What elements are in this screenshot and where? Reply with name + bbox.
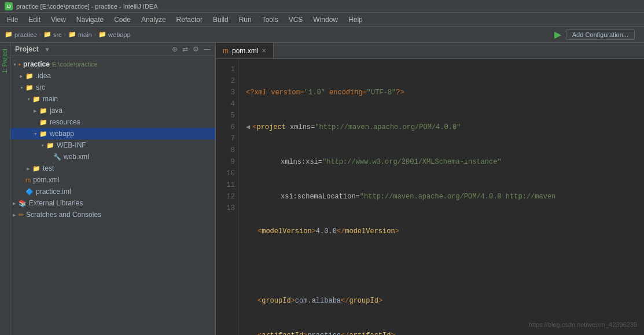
java-folder-icon: 📁 bbox=[39, 107, 47, 115]
line-num-12: 12 bbox=[219, 191, 235, 203]
add-configuration-button[interactable]: Add Configuration... bbox=[566, 30, 635, 40]
tree-node-resources[interactable]: 📁 resources bbox=[10, 116, 215, 128]
tab-close-button[interactable]: ✕ bbox=[262, 47, 266, 54]
breadcrumb-webapp[interactable]: 📁 webapp bbox=[98, 31, 131, 38]
tab-maven-icon: m bbox=[223, 47, 229, 55]
extlibs-icon: 📚 bbox=[19, 200, 27, 207]
tree-node-pomxml[interactable]: m pom.xml bbox=[10, 174, 215, 186]
tree-node-webxml[interactable]: 🔧 web.xml bbox=[10, 151, 215, 163]
run-icon-area: ▶ Add Configuration... bbox=[554, 29, 635, 40]
tree-node-practiceiml[interactable]: 🔷 practice.iml bbox=[10, 186, 215, 197]
iml-file-icon: 🔷 bbox=[25, 188, 34, 196]
arrow-test bbox=[27, 166, 32, 171]
code-area[interactable]: <?xml version="1.0" encoding="UTF-8"?> ◀… bbox=[239, 59, 644, 335]
menu-item-refactor[interactable]: Refactor bbox=[172, 14, 207, 25]
project-tab[interactable]: 1: Project bbox=[1, 45, 9, 76]
tab-pom-label: pom.xml bbox=[232, 47, 258, 55]
menu-item-tools[interactable]: Tools bbox=[257, 14, 283, 25]
tree-node-main[interactable]: 📁 main bbox=[10, 93, 215, 105]
webinf-folder-icon: 📁 bbox=[46, 142, 54, 149]
code-line-8: <artifactId>practice</artifactId> bbox=[246, 330, 637, 335]
menu-item-window[interactable]: Window bbox=[308, 14, 343, 25]
code-line-6 bbox=[246, 260, 637, 272]
breadcrumb-sep-1: › bbox=[39, 31, 41, 38]
tree-node-webapp[interactable]: 📁 webapp bbox=[10, 128, 215, 139]
label-idea: .idea bbox=[36, 72, 51, 80]
menu-item-code[interactable]: Code bbox=[109, 14, 135, 25]
main-folder-icon: 📁 bbox=[68, 31, 76, 38]
label-practiceiml: practice.iml bbox=[36, 187, 71, 196]
label-main: main bbox=[43, 95, 58, 103]
line-num-3: 3 bbox=[219, 87, 235, 98]
idea-folder-icon: 📁 bbox=[25, 72, 34, 80]
line-numbers: 1 2 3 4 5 6 7 8 9 10 11 12 13 bbox=[216, 59, 239, 335]
tree-node-test[interactable]: 📁 test bbox=[10, 163, 215, 174]
label-practice: practice bbox=[23, 60, 50, 68]
tree-toolbar-icon-2[interactable]: ⇄ bbox=[182, 45, 188, 53]
breadcrumb-webapp-label: webapp bbox=[108, 31, 131, 38]
menu-bar: FileEditViewNavigateCodeAnalyzeRefactorB… bbox=[0, 13, 644, 27]
window-title: practice [E:\code\practice] - practice -… bbox=[16, 3, 158, 10]
label-resources: resources bbox=[50, 118, 80, 126]
menu-item-navigate[interactable]: Navigate bbox=[72, 14, 108, 25]
arrow-webinf bbox=[41, 143, 46, 148]
label-scratches: Scratches and Consoles bbox=[26, 211, 101, 219]
breadcrumb-sep-3: › bbox=[94, 31, 96, 38]
menu-item-edit[interactable]: Edit bbox=[24, 14, 45, 25]
menu-item-help[interactable]: Help bbox=[344, 14, 367, 25]
arrow-src bbox=[20, 85, 25, 90]
arrow-idea bbox=[20, 73, 25, 79]
tree-node-src[interactable]: 📁 src bbox=[10, 82, 215, 93]
arrow-java bbox=[34, 108, 39, 113]
tab-pom-xml[interactable]: m pom.xml ✕ bbox=[216, 43, 274, 58]
code-line-2: ◀<project xmlns="http://maven.apache.org… bbox=[246, 122, 637, 133]
menu-item-build[interactable]: Build bbox=[208, 14, 233, 25]
line-num-7: 7 bbox=[219, 133, 235, 145]
main-folder-icon-tree: 📁 bbox=[32, 95, 41, 103]
breadcrumb-src[interactable]: 📁 src bbox=[43, 31, 62, 38]
file-tree-panel: Project ▼ ⊕ ⇄ ⚙ — ▪ practice E:\code\pra… bbox=[10, 43, 216, 335]
tree-node-java[interactable]: 📁 java bbox=[10, 105, 215, 116]
project-folder-icon: 📁 bbox=[5, 31, 13, 38]
code-line-4: xsi:schemaLocation="http://maven.apache.… bbox=[246, 191, 637, 203]
menu-item-run[interactable]: Run bbox=[234, 14, 256, 25]
scratches-icon: ✏ bbox=[19, 211, 24, 219]
arrow-main bbox=[27, 97, 32, 102]
tree-node-extlibs[interactable]: 📚 External Libraries bbox=[10, 197, 215, 209]
tree-node-webinf[interactable]: 📁 WEB-INF bbox=[10, 139, 215, 151]
menu-item-file[interactable]: File bbox=[2, 14, 23, 25]
breadcrumb-project[interactable]: 📁 practice bbox=[5, 31, 37, 38]
label-pomxml: pom.xml bbox=[33, 176, 59, 184]
webapp-folder-icon: 📁 bbox=[98, 31, 106, 38]
line-num-2: 2 bbox=[219, 75, 235, 87]
breadcrumb-main-label: main bbox=[78, 31, 92, 38]
main-layout: 1: Project Project ▼ ⊕ ⇄ ⚙ — ▪ practice … bbox=[0, 43, 644, 335]
breadcrumb-main[interactable]: 📁 main bbox=[68, 31, 92, 38]
editor-content[interactable]: 1 2 3 4 5 6 7 8 9 10 11 12 13 <?xml vers… bbox=[216, 59, 644, 335]
tree-toolbar-icon-3[interactable]: ⚙ bbox=[193, 45, 199, 53]
arrow-scratches bbox=[13, 212, 19, 218]
src-folder-icon: 📁 bbox=[43, 31, 51, 38]
webapp-folder-icon-tree: 📁 bbox=[39, 130, 47, 138]
arrow-extlibs bbox=[13, 201, 19, 206]
label-webinf: WEB-INF bbox=[57, 141, 86, 149]
label-webapp: webapp bbox=[50, 130, 74, 138]
tree-node-idea[interactable]: 📁 .idea bbox=[10, 70, 215, 82]
tree-toolbar-icon-1[interactable]: ⊕ bbox=[172, 45, 178, 53]
menu-item-view[interactable]: View bbox=[46, 14, 71, 25]
project-panel-arrow[interactable]: ▼ bbox=[45, 46, 50, 53]
menu-item-analyze[interactable]: Analyze bbox=[137, 14, 171, 25]
line-num-5: 5 bbox=[219, 110, 235, 122]
breadcrumb-src-label: src bbox=[53, 31, 62, 38]
code-line-7: <groupId>com.alibaba</groupId> bbox=[246, 295, 637, 307]
menu-item-vcs[interactable]: VCS bbox=[284, 14, 308, 25]
tree-node-practice[interactable]: ▪ practice E:\code\practice bbox=[10, 58, 215, 70]
label-extlibs: External Libraries bbox=[29, 199, 83, 207]
line-num-8: 8 bbox=[219, 145, 235, 156]
side-panel-tabs: 1: Project bbox=[0, 43, 10, 335]
tree-node-scratches[interactable]: ✏ Scratches and Consoles bbox=[10, 209, 215, 220]
arrow-practice bbox=[13, 62, 19, 67]
project-panel-label: Project bbox=[15, 45, 39, 53]
pomxml-file-icon: m bbox=[25, 176, 31, 183]
tree-toolbar-icon-4[interactable]: — bbox=[204, 45, 211, 53]
